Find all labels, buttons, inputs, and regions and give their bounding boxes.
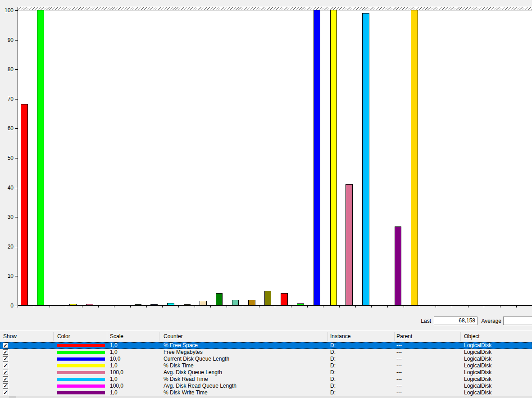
cell-parent: --- <box>396 383 402 389</box>
y-axis-label: 10 <box>0 273 14 279</box>
x-axis-tick <box>339 306 340 308</box>
y-axis-label: 70 <box>0 96 14 102</box>
x-axis-tick <box>178 306 179 308</box>
cell-scale: 100,0 <box>110 370 123 375</box>
legend-row-avg-disk-queue-length[interactable]: ✓100,0Avg. Disk Queue LengthD:---Logical… <box>0 369 532 376</box>
horizontal-scrollbar[interactable] <box>0 396 532 398</box>
x-axis-tick <box>227 306 227 308</box>
horizontal-scrollbar-thumb[interactable] <box>9 396 16 398</box>
cell-counter: % Disk Time <box>164 363 194 369</box>
histogram-bar <box>297 303 304 305</box>
legend-row-disk-write-time[interactable]: ✓1,0% Disk Write TimeD:---LogicalDisk <box>0 389 532 396</box>
show-checkbox[interactable]: ✓ <box>3 390 8 395</box>
x-axis-tick <box>259 306 259 308</box>
cell-parent: --- <box>396 376 402 382</box>
legend-header-scale[interactable]: Scale <box>110 333 123 339</box>
cell-instance: D: <box>330 349 336 355</box>
legend-header-show[interactable]: Show <box>3 333 17 339</box>
histogram-bar-disk-write-time <box>395 226 401 305</box>
show-checkbox[interactable]: ✓ <box>3 383 8 389</box>
cell-scale: 1,0 <box>110 349 118 355</box>
x-axis-tick <box>323 306 323 308</box>
show-checkbox[interactable]: ✓ <box>3 370 8 375</box>
legend-header-separator[interactable] <box>53 332 54 341</box>
show-checkbox[interactable]: ✓ <box>3 363 8 368</box>
x-axis-tick <box>355 306 356 308</box>
cell-scale: 10,0 <box>110 356 120 362</box>
cell-object: LogicalDisk <box>464 390 491 396</box>
x-axis-tick <box>307 306 308 308</box>
cell-parent: --- <box>396 356 402 362</box>
y-axis-label: 60 <box>0 125 14 131</box>
histogram-bar <box>264 291 271 305</box>
cell-object: LogicalDisk <box>464 383 491 389</box>
histogram-bar-avg-disk-queue-length <box>346 184 353 305</box>
show-checkbox[interactable]: ✓ <box>3 349 8 355</box>
x-axis-tick <box>130 306 131 308</box>
legend-header-color[interactable]: Color <box>57 333 70 339</box>
x-axis-tick <box>34 306 34 308</box>
perfmon-window: 1009080706050403020100 Last 68,158 Avera… <box>0 0 532 398</box>
x-axis-tick <box>404 306 404 308</box>
cell-parent: --- <box>396 370 402 375</box>
color-swatch <box>57 391 105 394</box>
cell-scale: 100,0 <box>110 383 123 389</box>
show-checkbox[interactable]: ✓ <box>3 343 8 348</box>
counter-legend-table: ShowColorScaleCounterInstanceParentObjec… <box>0 330 532 398</box>
histogram-bar <box>86 304 93 305</box>
histogram-bar <box>184 304 191 305</box>
x-axis-tick <box>50 306 50 308</box>
x-axis-tick <box>114 306 114 308</box>
histogram-bar <box>200 301 207 305</box>
y-axis-label: 80 <box>0 66 14 72</box>
legend-row-free-megabytes[interactable]: ✓1,0Free MegabytesD:---LogicalDisk <box>0 349 532 356</box>
x-axis-tick <box>66 306 66 308</box>
x-axis-tick <box>291 306 291 308</box>
legend-header-object[interactable]: Object <box>464 333 480 339</box>
y-axis-label: 20 <box>0 244 14 250</box>
x-axis-tick <box>275 306 275 308</box>
cell-scale: 1,0 <box>110 363 118 369</box>
legend-row-free-space[interactable]: ✓1,0% Free SpaceD:---LogicalDisk <box>0 342 532 349</box>
legend-row-avg-disk-read-queue-length[interactable]: ✓100,0Avg. Disk Read Queue LengthD:---Lo… <box>0 383 532 389</box>
histogram-bar <box>135 304 141 305</box>
x-axis-tick <box>210 306 211 308</box>
y-axis-label: 0 <box>0 303 14 309</box>
x-axis-tick <box>436 306 436 308</box>
x-axis-tick <box>484 306 484 308</box>
show-checkbox[interactable]: ✓ <box>3 376 8 382</box>
cell-counter: Avg. Disk Queue Length <box>164 370 222 375</box>
color-swatch <box>57 351 105 354</box>
x-axis-tick <box>500 306 500 308</box>
histogram-bar <box>150 304 158 305</box>
legend-header-parent[interactable]: Parent <box>396 333 412 339</box>
legend-header-instance[interactable]: Instance <box>330 333 350 339</box>
cell-instance: D: <box>330 370 336 375</box>
histogram-bar-disk-time <box>330 10 337 305</box>
x-axis-tick <box>468 306 468 308</box>
legend-header-separator[interactable] <box>107 332 107 341</box>
cell-instance: D: <box>330 383 336 389</box>
legend-header-separator[interactable] <box>327 332 328 341</box>
cell-scale: 1,0 <box>110 376 118 382</box>
legend-row-current-disk-queue-length[interactable]: ✓10,0Current Disk Queue LengthD:---Logic… <box>0 356 532 362</box>
y-axis-label: 90 <box>0 37 14 43</box>
legend-header-separator[interactable] <box>159 332 159 341</box>
x-axis-tick <box>146 306 147 308</box>
average-value-box <box>503 317 532 325</box>
x-axis-tick <box>387 306 388 308</box>
legend-row-disk-time[interactable]: ✓1,0% Disk TimeD:---LogicalDisk <box>0 362 532 369</box>
legend-header-counter[interactable]: Counter <box>164 333 183 339</box>
cell-counter: Free Megabytes <box>164 349 203 355</box>
legend-header-separator[interactable] <box>460 332 461 341</box>
histogram-bar <box>167 303 174 305</box>
histogram-bar-free-megabytes <box>37 10 44 305</box>
y-axis-label: 50 <box>0 155 14 161</box>
legend-header-separator[interactable] <box>394 332 395 341</box>
show-checkbox[interactable]: ✓ <box>3 356 8 362</box>
histogram-bar <box>216 293 223 305</box>
legend-row-disk-read-time[interactable]: ✓1,0% Disk Read TimeD:---LogicalDisk <box>0 376 532 383</box>
cell-parent: --- <box>396 390 402 396</box>
color-swatch <box>57 364 105 367</box>
histogram-bar-current-disk-queue-length <box>314 10 320 305</box>
